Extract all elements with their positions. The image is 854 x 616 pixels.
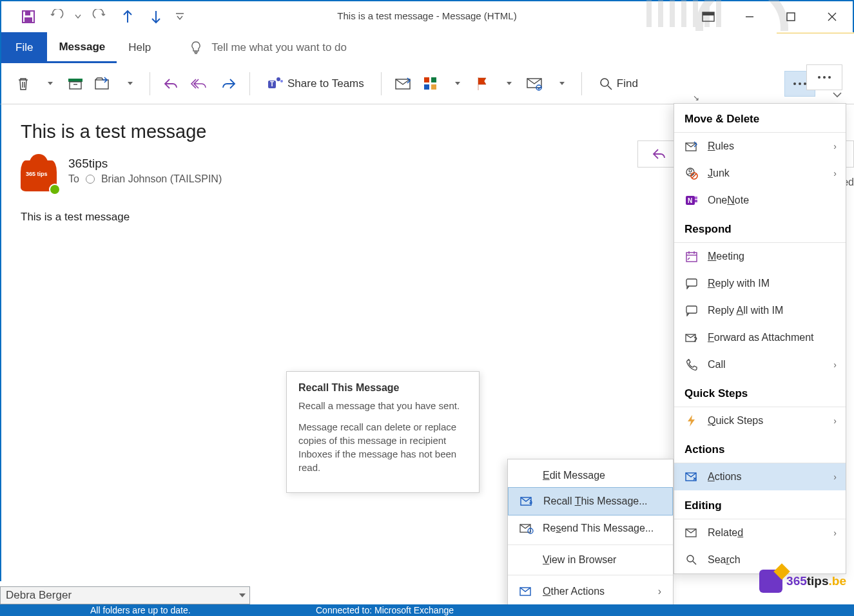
chevron-right-icon: › <box>833 416 837 426</box>
attachment-icon <box>684 331 699 345</box>
junk-label: Junk <box>708 168 730 179</box>
save-button[interactable] <box>14 3 43 31</box>
tell-me-search[interactable]: Tell me what you want to do <box>188 32 347 63</box>
panel-item-meeting[interactable]: Meeting <box>674 243 846 270</box>
translate-dropdown[interactable] <box>550 71 571 97</box>
qat-customize-button[interactable] <box>170 3 189 31</box>
move-dropdown[interactable] <box>119 71 139 97</box>
teams-icon: T <box>267 75 284 92</box>
move-button[interactable] <box>92 71 113 97</box>
submenu-view-browser[interactable]: View in Browser <box>508 548 673 572</box>
svg-rect-6 <box>787 13 795 21</box>
translate-icon <box>526 76 543 91</box>
svg-rect-37 <box>695 197 697 199</box>
separator <box>508 544 673 545</box>
svg-text:T: T <box>270 81 274 88</box>
close-button[interactable] <box>811 1 853 32</box>
ribbon: T Share to Teams ↘ Find <box>0 63 854 104</box>
rules-label: Rules <box>708 140 734 152</box>
panel-header-actions: Actions <box>674 434 846 463</box>
tab-help[interactable]: Help <box>117 32 162 63</box>
recall-tooltip: Recall This Message Recall a message tha… <box>286 371 480 493</box>
translate-button[interactable] <box>523 71 545 97</box>
watermark-logo: 365tips.be <box>759 570 846 593</box>
panel-item-rules[interactable]: Rules› <box>674 133 846 160</box>
submenu-recall-message[interactable]: Recall This Message... <box>508 487 673 515</box>
reply-im-label: Reply with IM <box>708 278 770 289</box>
tooltip-line-2: Message recall can delete or replace cop… <box>298 420 467 474</box>
maximize-button[interactable] <box>770 1 811 32</box>
window-controls <box>688 1 853 32</box>
lightbulb-icon <box>188 40 204 55</box>
panel-item-junk[interactable]: Junk› <box>674 160 846 187</box>
recipient-presence-icon <box>86 175 95 184</box>
panel-item-quick-steps[interactable]: Quick Steps› <box>674 407 846 434</box>
categories-icon <box>423 76 438 91</box>
svg-point-48 <box>687 555 694 562</box>
user-account-dropdown[interactable]: Debra Berger <box>0 586 250 604</box>
archive-button[interactable] <box>64 71 86 97</box>
share-to-teams-button[interactable]: T Share to Teams <box>260 71 371 97</box>
follow-up-dropdown[interactable] <box>498 71 518 97</box>
delete-dropdown[interactable] <box>39 71 59 97</box>
chevron-right-icon: › <box>833 141 837 151</box>
svg-point-27 <box>818 76 820 79</box>
follow-up-button[interactable] <box>472 71 492 97</box>
previous-item-button[interactable] <box>113 3 142 31</box>
tab-file[interactable]: File <box>1 32 47 63</box>
find-button[interactable]: Find <box>592 71 645 97</box>
related-icon <box>684 526 699 540</box>
share-to-teams-label: Share to Teams <box>287 77 364 90</box>
lightning-icon <box>684 414 699 428</box>
categorize-dropdown[interactable] <box>446 71 467 97</box>
tab-message[interactable]: Message <box>47 32 117 63</box>
panel-item-related[interactable]: Related› <box>674 519 846 546</box>
ribbon-collapse-button[interactable] <box>832 91 842 99</box>
status-sync: All folders are up to date. <box>90 605 191 615</box>
minimize-button[interactable] <box>729 1 770 32</box>
svg-text:N: N <box>688 197 692 204</box>
sender-avatar: 365 tips <box>21 160 57 191</box>
presence-badge-icon <box>49 184 61 195</box>
panel-item-reply-all-im[interactable]: Reply All with IM <box>674 297 846 324</box>
reply-icon <box>652 148 666 160</box>
categorize-button[interactable] <box>420 71 441 97</box>
panel-item-reply-im[interactable]: Reply with IM <box>674 270 846 297</box>
chevron-right-icon: › <box>833 528 837 538</box>
svg-point-13 <box>277 77 280 81</box>
submenu-resend-message[interactable]: Resend This Message... <box>508 515 673 542</box>
view-browser-label: View in Browser <box>543 554 616 566</box>
svg-point-25 <box>799 82 801 85</box>
svg-point-29 <box>828 76 831 79</box>
undo-button[interactable] <box>43 3 71 31</box>
submenu-other-actions[interactable]: Other Actions › <box>508 578 673 605</box>
find-label: Find <box>617 77 638 90</box>
resend-icon <box>519 521 534 535</box>
secondary-overflow-button[interactable] <box>806 64 842 90</box>
panel-item-forward-attachment[interactable]: Forward as Attachment <box>674 324 846 351</box>
submenu-edit-message[interactable]: Edit Message <box>508 463 673 488</box>
panel-item-call[interactable]: Call› <box>674 351 846 378</box>
reply-ribbon-button[interactable] <box>160 71 182 97</box>
next-item-button[interactable] <box>142 3 170 31</box>
status-bar: All folders are up to date. Connected to… <box>0 604 854 616</box>
panel-header-respond: Respond <box>674 214 846 243</box>
reply-all-ribbon-button[interactable] <box>188 71 212 97</box>
undo-icon <box>49 9 64 24</box>
panel-item-actions[interactable]: Actions› <box>674 463 846 490</box>
flag-icon <box>475 76 489 91</box>
mark-unread-button[interactable] <box>392 71 415 97</box>
actions-submenu: Edit Message Recall This Message... Rese… <box>507 459 674 610</box>
ribbon-group-launcher-icon[interactable]: ↘ <box>693 93 699 102</box>
undo-dropdown[interactable] <box>71 14 85 20</box>
phone-icon <box>684 358 699 372</box>
redo-button[interactable] <box>85 3 113 31</box>
title-bar: This is a test message - Message (HTML) <box>0 0 854 32</box>
chevron-right-icon: › <box>833 360 837 370</box>
ribbon-display-button[interactable] <box>688 1 729 32</box>
svg-rect-43 <box>686 279 697 286</box>
panel-item-onenote[interactable]: N OneNote <box>674 187 846 214</box>
delete-button[interactable] <box>13 71 34 97</box>
tooltip-line-1: Recall a message that you have sent. <box>298 399 467 412</box>
forward-ribbon-button[interactable] <box>217 71 239 97</box>
